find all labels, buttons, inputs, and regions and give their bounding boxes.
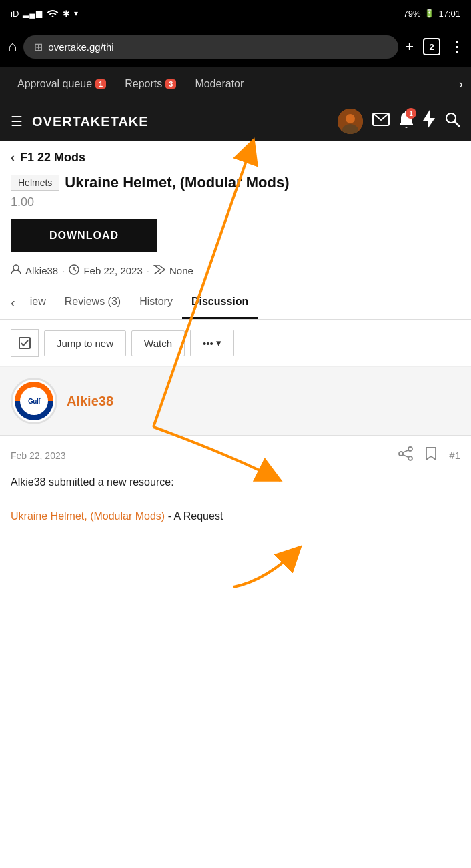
post-text-content: Alkie38 submitted a new resource: [11, 476, 174, 488]
tab-discussion[interactable]: Discussion [182, 286, 258, 319]
svg-point-10 [408, 447, 412, 451]
tabs-bar: ‹ iew Reviews (3) History Discussion [0, 286, 471, 320]
watch-button[interactable]: Watch [131, 330, 185, 356]
svg-rect-9 [19, 338, 30, 348]
svg-line-14 [403, 455, 409, 458]
wifi-icon [47, 8, 59, 19]
tab-count[interactable]: 2 [423, 38, 440, 55]
post-link-text: Ukraine Helmet, (Modular Mods) [11, 510, 165, 522]
site-logo: OVERTAKETAKE [32, 114, 328, 129]
lightning-icon[interactable] [423, 110, 435, 133]
reports-item[interactable]: Reports 3 [115, 67, 185, 101]
tabs-back-arrow[interactable]: ‹ [5, 295, 21, 310]
reports-label: Reports [125, 78, 162, 90]
mod-more-arrow[interactable]: › [459, 77, 463, 91]
browser-actions: + 2 ⋮ [405, 38, 463, 55]
time-display: 17:01 [438, 9, 460, 19]
post-username[interactable]: Alkie38 [67, 394, 113, 409]
url-bar-icon: ⊞ [34, 41, 43, 53]
mod-bar: Approval queue 1 Reports 3 Moderator › [0, 67, 471, 101]
post-date-display: Feb 22, 2023 [11, 450, 66, 461]
battery-text: 79% [403, 9, 420, 19]
post-link-suffix: - A Request [168, 510, 223, 522]
author-icon [11, 264, 21, 277]
breadcrumb: ‹ F1 22 Mods [0, 141, 471, 169]
more-label: ••• [203, 338, 213, 349]
helmets-tag[interactable]: Helmets [11, 175, 59, 191]
resource-header: Helmets Ukraine Helmet, (Modular Mods) 1… [0, 169, 471, 209]
post-content: Feb 22, 2023 #1 Alkie38 submitted a new … [0, 436, 471, 536]
bluetooth-icon: ✱ [63, 9, 70, 19]
approval-queue-item[interactable]: Approval queue 1 [8, 67, 115, 101]
browser-bar: ⌂ ⊞ overtake.gg/thi + 2 ⋮ [0, 27, 471, 67]
carrier-text: iD [11, 9, 19, 19]
moderator-label: Moderator [195, 78, 244, 90]
bookmark-icon[interactable] [425, 446, 437, 464]
svg-point-12 [408, 456, 412, 460]
home-icon[interactable]: ⌂ [8, 38, 17, 55]
status-left: iD ▂▄▆ ✱ ▾ [11, 8, 78, 19]
url-bar[interactable]: ⊞ overtake.gg/thi [23, 35, 398, 59]
reports-badge: 3 [165, 79, 176, 89]
new-tab-icon[interactable]: + [405, 38, 414, 55]
battery-icon: 🔋 [424, 9, 434, 18]
svg-line-13 [403, 450, 409, 453]
tags-icon [153, 265, 165, 276]
watch-label: Watch [144, 338, 172, 349]
more-chevron-icon: ▾ [216, 337, 221, 349]
post-resource-link[interactable]: Ukraine Helmet, (Modular Mods) [11, 510, 168, 522]
post-date: Feb 22, 2023 [83, 265, 142, 276]
resource-tags: Helmets Ukraine Helmet, (Modular Mods) [11, 174, 460, 191]
jump-to-new-button[interactable]: Jump to new [44, 330, 126, 356]
user-avatar: Gulf [11, 378, 57, 424]
share-icon[interactable] [398, 446, 413, 464]
status-bar: iD ▂▄▆ ✱ ▾ 79% 🔋 17:01 [0, 0, 471, 27]
tab-overview[interactable]: iew [21, 286, 55, 319]
tab-history[interactable]: History [130, 286, 182, 319]
avatar[interactable] [338, 109, 363, 134]
notification-icon[interactable]: 1 [399, 111, 414, 132]
meta-info: Alkie38 · Feb 22, 2023 · None [0, 262, 471, 286]
post-body: Alkie38 submitted a new resource: Ukrain… [11, 474, 460, 525]
status-right: 79% 🔋 17:01 [403, 9, 460, 19]
search-icon[interactable] [444, 111, 460, 131]
site-header: ☰ OVERTAKETAKE 1 [0, 101, 471, 141]
url-text: overtake.gg/thi [48, 41, 113, 53]
more-button[interactable]: ••• ▾ [190, 330, 234, 356]
svg-point-1 [346, 114, 355, 123]
notif-badge: 1 [406, 108, 416, 119]
svg-point-11 [399, 452, 403, 456]
post-meta: Feb 22, 2023 #1 [11, 446, 460, 464]
back-arrow[interactable]: ‹ [11, 151, 15, 165]
svg-marker-4 [423, 110, 435, 129]
resource-tags-value: None [169, 265, 193, 276]
gulf-logo: Gulf [15, 382, 53, 420]
browser-menu-icon[interactable]: ⋮ [450, 38, 463, 55]
author-name: Alkie38 [25, 265, 58, 276]
moderator-item[interactable]: Moderator [185, 67, 253, 101]
menu-icon[interactable]: ☰ [11, 113, 23, 129]
svg-line-6 [454, 121, 459, 126]
jump-to-new-label: Jump to new [57, 338, 113, 349]
action-row: Jump to new Watch ••• ▾ [0, 320, 471, 367]
mail-icon[interactable] [372, 113, 390, 130]
svg-point-7 [13, 265, 19, 270]
post-number: #1 [449, 450, 460, 461]
approval-queue-label: Approval queue [17, 78, 92, 90]
approval-queue-badge: 1 [95, 79, 106, 89]
breadcrumb-title: F1 22 Mods [20, 151, 85, 165]
gulf-inner-text: Gulf [20, 387, 48, 415]
download-button[interactable]: DOWNLOAD [11, 219, 157, 252]
tab-reviews[interactable]: Reviews (3) [55, 286, 130, 319]
resource-version: 1.00 [11, 195, 460, 209]
content-area: ‹ F1 22 Mods Helmets Ukraine Helmet, (Mo… [0, 141, 471, 536]
resource-title: Ukraine Helmet, (Modular Mods) [65, 174, 289, 191]
post-action-icons: #1 [398, 446, 460, 464]
post-user-row: Gulf Alkie38 [0, 367, 471, 436]
signal-icon: ▂▄▆ [23, 9, 43, 18]
date-icon [69, 264, 79, 277]
location-icon: ▾ [74, 9, 78, 18]
select-all-checkbox[interactable] [11, 329, 39, 357]
